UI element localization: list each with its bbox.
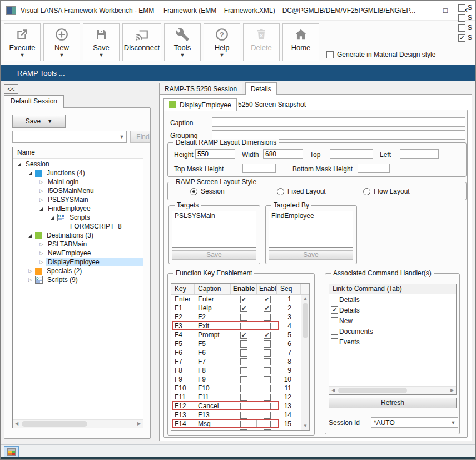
tree-item[interactable]: ▷PSLTABMain xyxy=(13,240,143,249)
caption-input[interactable] xyxy=(212,117,465,127)
targets-list[interactable]: PSLSYSMain xyxy=(172,211,256,248)
tree-item[interactable]: Session xyxy=(13,160,143,169)
fkey-enable1-checkbox[interactable] xyxy=(240,421,247,428)
tree-collapsed-icon[interactable]: ▷ xyxy=(27,268,33,274)
fkey-row[interactable]: F4Prompt✔✔5 xyxy=(171,330,301,339)
session-save-button[interactable]: Save ▼ xyxy=(12,115,66,128)
radio-button[interactable] xyxy=(190,188,197,195)
fkey-row[interactable]: F9F910 xyxy=(171,375,301,384)
command-handler-item[interactable]: New xyxy=(329,315,456,326)
top-input[interactable] xyxy=(330,149,373,159)
tree-item[interactable]: ▷MainLogin xyxy=(13,177,143,186)
fkey-enable2-checkbox[interactable] xyxy=(264,385,271,392)
fkey-enable1-checkbox[interactable]: ✔ xyxy=(240,305,247,312)
fkey-row[interactable] xyxy=(171,428,301,430)
tree-expanded-icon[interactable] xyxy=(38,207,44,211)
tree-collapsed-icon[interactable]: ▷ xyxy=(38,179,44,185)
home-button[interactable]: Home xyxy=(282,23,319,61)
fkey-row[interactable]: F10F1011 xyxy=(171,384,301,393)
scroll-left-icon[interactable]: ◀ xyxy=(13,420,21,428)
save-button[interactable]: Save▼ xyxy=(83,23,120,61)
tree-expanded-icon[interactable] xyxy=(16,162,22,166)
fkey-enable1-checkbox[interactable] xyxy=(240,340,247,348)
fkey-enable1-checkbox[interactable]: ✔ xyxy=(240,296,247,303)
fkey-enable2-checkbox[interactable] xyxy=(264,429,271,431)
fkey-enable1-checkbox[interactable] xyxy=(240,323,247,330)
fkey-enable2-checkbox[interactable]: ✔ xyxy=(264,305,271,312)
fkey-row[interactable]: F12Cancel13 xyxy=(171,402,301,410)
radio-button[interactable] xyxy=(363,188,370,195)
collapse-panel-button[interactable]: << xyxy=(4,84,18,94)
radio-button[interactable] xyxy=(277,188,284,195)
s-checkbox-box[interactable] xyxy=(458,14,465,22)
column-header-caption[interactable]: Caption xyxy=(195,284,231,294)
fkey-row[interactable]: F8F89 xyxy=(171,366,301,375)
scroll-up-icon[interactable]: ▲ xyxy=(301,295,309,303)
scrollbar-thumb[interactable] xyxy=(303,303,308,338)
targets-list-item[interactable]: PSLSYSMain xyxy=(175,212,254,220)
handler-checkbox[interactable]: ✔ xyxy=(331,306,338,314)
column-header-seq[interactable]: Seq xyxy=(277,284,296,294)
handler-checkbox[interactable] xyxy=(331,338,338,345)
width-input[interactable] xyxy=(263,149,303,159)
fkey-enable2-checkbox[interactable] xyxy=(264,358,271,365)
find-button[interactable]: Find xyxy=(130,131,151,143)
fkey-enable1-checkbox[interactable] xyxy=(240,314,247,321)
material-design-checkbox-box[interactable] xyxy=(326,51,334,58)
tree-collapsed-icon[interactable]: ▷ xyxy=(38,197,44,202)
tree-item[interactable]: Junctions (4) xyxy=(13,169,143,177)
s-checkbox-row[interactable]: S xyxy=(458,23,472,33)
s-checkbox-row[interactable]: S xyxy=(458,13,472,23)
help-button[interactable]: ?Help▼ xyxy=(204,23,240,61)
handlers-horizontal-scrollbar[interactable]: ◀ ▶ xyxy=(329,386,456,394)
fkey-row[interactable]: F5F56 xyxy=(171,339,301,348)
fkey-enable2-checkbox[interactable] xyxy=(264,349,271,357)
session-id-combo[interactable]: *AUTO ▼ xyxy=(371,417,458,428)
function-key-vertical-scrollbar[interactable]: ▲ ▼ xyxy=(301,295,309,430)
height-input[interactable] xyxy=(195,149,235,159)
scroll-down-icon[interactable]: ▼ xyxy=(301,422,309,430)
fkey-enable2-checkbox[interactable]: ✔ xyxy=(264,332,271,339)
fkey-enable2-checkbox[interactable] xyxy=(264,394,271,401)
tree-collapsed-icon[interactable]: ▷ xyxy=(27,277,33,283)
top-mask-height-input[interactable] xyxy=(242,164,276,173)
scroll-left-icon[interactable]: ◀ xyxy=(329,387,337,394)
left-input[interactable] xyxy=(400,149,439,159)
tree-expanded-icon[interactable] xyxy=(27,171,33,175)
status-app-button[interactable] xyxy=(4,446,19,457)
tree-item[interactable]: ▷PSLSYSMain xyxy=(13,195,143,204)
column-header-key[interactable]: Key xyxy=(171,284,195,294)
fkey-row[interactable]: F3Exit4 xyxy=(171,321,301,330)
tree-item[interactable]: ▷Scripts (9) xyxy=(13,275,143,284)
tools-button[interactable]: Tools▼ xyxy=(164,23,201,61)
tree-horizontal-scrollbar[interactable]: ◀ ▶ xyxy=(13,419,143,428)
scroll-right-icon[interactable]: ▶ xyxy=(448,387,456,394)
handler-checkbox[interactable] xyxy=(331,296,338,303)
tree-item[interactable]: ▷DisplayEmployee xyxy=(13,258,143,266)
fkey-enable1-checkbox[interactable]: ✔ xyxy=(240,332,247,339)
maximize-button[interactable]: □ xyxy=(435,2,455,19)
s-checkbox-row[interactable]: S xyxy=(458,3,472,13)
command-handler-item[interactable]: Events xyxy=(329,337,456,347)
tree-collapsed-icon[interactable]: ▷ xyxy=(38,188,44,194)
execute-button[interactable]: Execute▼ xyxy=(4,23,41,61)
s-checkbox-box[interactable] xyxy=(458,4,465,12)
fkey-enable1-checkbox[interactable] xyxy=(240,394,247,401)
fkey-row[interactable]: F13F1314 xyxy=(171,410,301,419)
fkey-row[interactable]: F14Msg15 xyxy=(171,419,301,428)
column-header-enable-1[interactable]: Enable I xyxy=(231,284,257,294)
tree-item[interactable]: FindEmployee xyxy=(13,204,143,213)
handler-checkbox[interactable] xyxy=(331,328,338,335)
fkey-enable2-checkbox[interactable] xyxy=(264,367,271,374)
session-search-combo[interactable]: ▼ xyxy=(12,131,127,143)
s-checkbox-box[interactable]: ✔ xyxy=(458,34,465,42)
scrollbar-thumb[interactable] xyxy=(22,421,87,427)
handler-checkbox[interactable] xyxy=(331,317,338,324)
tree-item[interactable]: Scripts xyxy=(13,213,143,222)
tab-ramp-ts-5250-session[interactable]: RAMP-TS 5250 Session xyxy=(159,83,242,95)
bottom-mask-height-input[interactable] xyxy=(358,164,390,173)
tree-collapsed-icon[interactable]: ▷ xyxy=(38,241,44,247)
s-checkbox-box[interactable] xyxy=(458,24,465,32)
disconnect-button[interactable]: Disconnect xyxy=(122,23,161,61)
fkey-enable1-checkbox[interactable] xyxy=(240,349,247,357)
